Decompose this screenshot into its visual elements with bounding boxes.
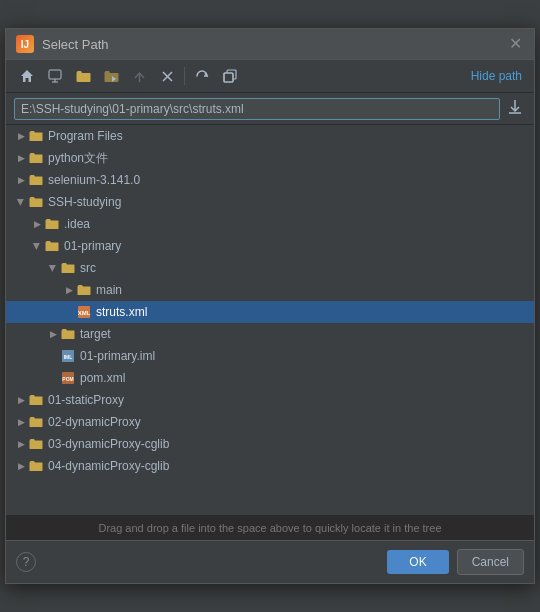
tree-item-label: selenium-3.141.0 [48, 173, 140, 187]
tree-arrow-expanded: ▶ [46, 261, 60, 275]
toolbar: Hide path [6, 60, 534, 93]
xml-file-icon: XML [76, 304, 92, 320]
tree-item-label: src [80, 261, 96, 275]
path-bar [6, 93, 534, 125]
folder-icon [28, 194, 44, 210]
toolbar-separator [184, 67, 185, 85]
path-download-button[interactable] [504, 97, 526, 120]
up-button[interactable] [126, 64, 152, 88]
svg-text:XML: XML [78, 310, 91, 316]
open-folder-button[interactable] [98, 64, 124, 88]
tree-item-label: Program Files [48, 129, 123, 143]
tree-item-label: SSH-studying [48, 195, 121, 209]
folder-icon [60, 260, 76, 276]
tree-item[interactable]: ▶ python文件 [6, 147, 534, 169]
toolbar-left [14, 64, 243, 88]
path-input[interactable] [14, 98, 500, 120]
title-bar: IJ Select Path ✕ [6, 29, 534, 60]
tree-item[interactable]: ▶ 01-primary [6, 235, 534, 257]
delete-button[interactable] [154, 64, 180, 88]
pom-file-icon: POM [60, 370, 76, 386]
tree-item-label: 03-dynamicProxy-cglib [48, 437, 169, 451]
tree-item[interactable]: ▶ 02-dynamicProxy [6, 411, 534, 433]
tree-item-label: python文件 [48, 150, 108, 167]
tree-arrow: ▶ [14, 393, 28, 407]
tree-item-label: 01-primary [64, 239, 121, 253]
tree-item[interactable]: ▶ 01-staticProxy [6, 389, 534, 411]
home-button[interactable] [14, 64, 40, 88]
drag-hint: Drag and drop a file into the space abov… [6, 515, 534, 540]
tree-item-label: target [80, 327, 111, 341]
tree-item[interactable]: ▶ src [6, 257, 534, 279]
footer: ? OK Cancel [6, 540, 534, 583]
svg-marker-0 [21, 70, 33, 82]
dialog-title: Select Path [42, 37, 109, 52]
tree-item[interactable]: ▶ 04-dynamicProxy-cglib [6, 455, 534, 477]
tree-item[interactable]: ▶ selenium-3.141.0 [6, 169, 534, 191]
tree-item[interactable]: ▶ 03-dynamicProxy-cglib [6, 433, 534, 455]
folder-icon [28, 414, 44, 430]
tree-arrow: ▶ [14, 415, 28, 429]
tree-item-label: main [96, 283, 122, 297]
tree-item-label: .idea [64, 217, 90, 231]
folder-icon [28, 436, 44, 452]
folder-icon [44, 238, 60, 254]
tree-item-label: 02-dynamicProxy [48, 415, 141, 429]
hide-path-button[interactable]: Hide path [467, 67, 526, 85]
iml-file-icon: IML [60, 348, 76, 364]
folder-icon [28, 172, 44, 188]
svg-text:IML: IML [64, 354, 73, 360]
tree-arrow: ▶ [14, 459, 28, 473]
folder-icon [44, 216, 60, 232]
tree-arrow-expanded: ▶ [14, 195, 28, 209]
title-bar-left: IJ Select Path [16, 35, 109, 53]
new-folder-button[interactable] [70, 64, 96, 88]
folder-icon [28, 392, 44, 408]
svg-text:POM: POM [62, 376, 73, 382]
tree-item[interactable]: ▶ POM pom.xml [6, 367, 534, 389]
tree-arrow: ▶ [46, 327, 60, 341]
tree-item-label: 01-primary.iml [80, 349, 155, 363]
ok-button[interactable]: OK [387, 550, 448, 574]
tree-arrow: ▶ [14, 129, 28, 143]
tree-arrow: ▶ [14, 173, 28, 187]
tree-item[interactable]: ▶ IML 01-primary.iml [6, 345, 534, 367]
tree-item[interactable]: ▶ target [6, 323, 534, 345]
tree-item-selected[interactable]: ▶ XML struts.xml [6, 301, 534, 323]
close-button[interactable]: ✕ [507, 36, 524, 52]
tree-item-label: struts.xml [96, 305, 147, 319]
cancel-button[interactable]: Cancel [457, 549, 524, 575]
tree-item-label: 01-staticProxy [48, 393, 124, 407]
svg-rect-9 [224, 73, 233, 82]
folder-icon [28, 458, 44, 474]
file-tree[interactable]: ▶ Program Files ▶ python文件 ▶ selenium-3.… [6, 125, 534, 515]
tree-item[interactable]: ▶ .idea [6, 213, 534, 235]
folder-icon [28, 150, 44, 166]
help-button[interactable]: ? [16, 552, 36, 572]
folder-icon [60, 326, 76, 342]
tree-arrow: ▶ [62, 283, 76, 297]
tree-arrow: ▶ [30, 217, 44, 231]
tree-item[interactable]: ▶ Program Files [6, 125, 534, 147]
tree-arrow-expanded: ▶ [30, 239, 44, 253]
footer-buttons: OK Cancel [387, 549, 524, 575]
tree-arrow: ▶ [14, 151, 28, 165]
tree-item[interactable]: ▶ main [6, 279, 534, 301]
app-icon: IJ [16, 35, 34, 53]
desktop-button[interactable] [42, 64, 68, 88]
refresh-button[interactable] [189, 64, 215, 88]
select-path-dialog: IJ Select Path ✕ [5, 28, 535, 584]
tree-item-label: pom.xml [80, 371, 125, 385]
folder-icon [76, 282, 92, 298]
tree-arrow: ▶ [14, 437, 28, 451]
tree-item[interactable]: ▶ SSH-studying [6, 191, 534, 213]
tree-item-label: 04-dynamicProxy-cglib [48, 459, 169, 473]
folder-icon [28, 128, 44, 144]
copy-path-button[interactable] [217, 64, 243, 88]
svg-rect-1 [49, 70, 61, 79]
